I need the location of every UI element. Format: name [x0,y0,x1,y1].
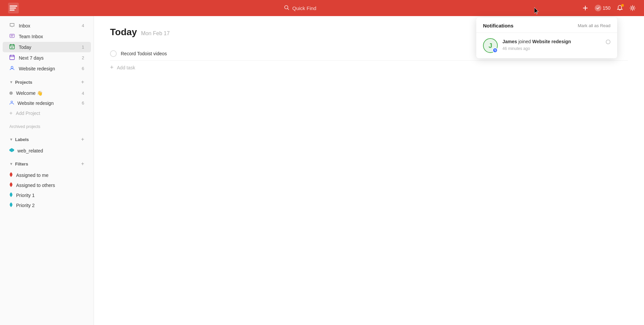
notif-title: Notifications [483,23,514,28]
svg-marker-9 [9,148,14,152]
add-task-label: Add task [117,65,135,70]
today-count: 1 [82,45,84,50]
topbar: Quick Find 150 [0,0,644,16]
topbar-right: 150 [582,5,636,11]
projects-section-title: Projects [15,80,81,85]
sidebar-item-assigned-to-others[interactable]: Assigned to others [3,180,91,190]
sidebar-item-web-related[interactable]: web_related [3,146,91,155]
inbox-label: Inbox [19,23,78,28]
notif-action: joined [518,39,532,44]
labels-add-button[interactable]: + [81,136,84,142]
notif-header: Notifications Mark all as Read [476,17,617,33]
assigned-to-me-icon [9,172,13,178]
team-inbox-icon [9,33,15,40]
add-task-button[interactable]: + Add task [110,61,628,74]
add-project-plus-icon: + [9,110,12,116]
sidebar-item-priority-2[interactable]: Priority 2 [3,200,91,210]
sidebar-item-priority-1[interactable]: Priority 1 [3,190,91,200]
welcome-dot [9,91,13,95]
filters-add-button[interactable]: + [81,161,84,167]
page-date: Mon Feb 17 [141,30,169,37]
topbar-left [8,3,19,13]
karma-check-icon [595,5,601,11]
web-related-label: web_related [17,148,84,153]
main-content: Today Mon Feb 17 Record Todoist videos +… [94,16,644,325]
assigned-to-me-label: Assigned to me [16,173,84,178]
notifications-button[interactable] [616,5,623,11]
search-icon [284,5,289,11]
task-checkbox[interactable] [110,50,117,57]
filters-section-header[interactable]: ▼ Filters + [3,158,91,170]
add-project-label: Add Project [16,111,40,116]
website-redesign-top-label: Website redesign [19,66,78,71]
notif-avatar-badge [492,48,498,53]
projects-chevron-icon: ▼ [9,80,13,84]
next7-icon [9,55,15,61]
task-label: Record Todoist videos [121,51,167,56]
svg-rect-3 [10,34,14,38]
sidebar-item-website-redesign[interactable]: Website redesign 6 [3,98,91,108]
sidebar: Inbox 4 Team Inbox 17 Today [0,16,94,325]
add-project-button[interactable]: + Add Project [3,108,91,118]
sidebar-item-today[interactable]: 17 Today 1 [3,42,91,52]
priority-2-icon [9,202,13,208]
page-title: Today [110,27,137,38]
karma-count: 150 [603,5,610,11]
sidebar-item-assigned-to-me[interactable]: Assigned to me [3,170,91,180]
notification-item[interactable]: J James joined Website redesign 46 minut… [476,33,617,58]
projects-add-button[interactable]: + [81,79,84,85]
mark-all-read-button[interactable]: Mark all as Read [578,23,610,28]
notif-content: James joined Website redesign 46 minutes… [502,38,601,51]
svg-text:17: 17 [11,47,13,49]
filters-section-title: Filters [15,161,81,167]
notifications-panel: Notifications Mark all as Read J James j… [476,17,617,58]
archived-projects-label[interactable]: Archived projects [3,122,91,131]
notification-dot [621,4,624,7]
today-icon: 17 [9,44,15,50]
assigned-to-others-label: Assigned to others [16,183,84,188]
labels-section-title: Labels [15,137,81,142]
labels-section-header[interactable]: ▼ Labels + [3,134,91,145]
website-redesign-top-count: 6 [82,66,84,71]
inbox-icon [9,22,15,29]
notif-user: James [502,39,517,44]
svg-point-8 [11,101,13,103]
website-redesign-label: Website redesign [17,101,78,106]
settings-button[interactable] [629,5,636,11]
sidebar-item-welcome[interactable]: Welcome 👋 4 [3,88,91,98]
labels-chevron-icon: ▼ [9,137,13,141]
sidebar-item-team-inbox[interactable]: Team Inbox [3,31,91,42]
today-label: Today [19,45,78,50]
sidebar-item-website-redesign-top[interactable]: Website redesign 6 [3,63,91,74]
notif-time: 46 minutes ago [502,46,601,51]
app-logo[interactable] [8,3,19,13]
priority-2-label: Priority 2 [16,203,84,208]
shared-project-icon [9,65,15,72]
svg-point-10 [495,50,495,51]
sidebar-item-next7days[interactable]: Next 7 days 2 [3,53,91,63]
search-bar[interactable]: Quick Find [284,5,316,11]
sidebar-item-inbox[interactable]: Inbox 4 [3,20,91,31]
website-redesign-count: 6 [82,101,84,106]
web-related-icon [9,148,14,153]
notif-text: James joined Website redesign [502,38,601,45]
svg-point-7 [11,66,13,68]
priority-1-icon [9,192,13,198]
search-placeholder-text: Quick Find [292,5,316,11]
notif-unread-dot[interactable] [606,40,610,44]
team-inbox-label: Team Inbox [19,34,84,39]
karma-badge[interactable]: 150 [595,5,610,11]
filters-chevron-icon: ▼ [9,162,13,166]
svg-point-2 [632,7,634,9]
welcome-count: 4 [82,91,84,96]
notif-project: Website redesign [532,39,571,44]
notif-avatar: J [483,38,498,53]
add-task-plus-icon: + [110,64,114,71]
welcome-label: Welcome 👋 [16,90,78,96]
assigned-to-others-icon [9,182,13,188]
svg-rect-6 [10,55,14,60]
add-button[interactable] [582,5,589,11]
projects-section-header[interactable]: ▼ Projects + [3,76,91,88]
next7-count: 2 [82,55,84,60]
priority-1-label: Priority 1 [16,193,84,198]
